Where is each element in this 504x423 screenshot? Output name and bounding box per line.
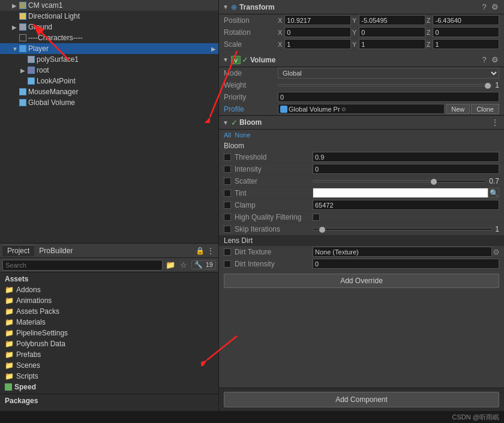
- settings-icon[interactable]: ⚙: [490, 55, 500, 65]
- add-override-button[interactable]: Add Override: [224, 274, 499, 288]
- search-input[interactable]: [2, 260, 163, 271]
- tab-probuilder[interactable]: ProBuilder: [34, 245, 77, 256]
- help-icon[interactable]: ?: [479, 55, 490, 65]
- tint-checkbox[interactable]: [224, 190, 231, 197]
- cube-icon: [28, 56, 35, 63]
- dirt-intensity-input[interactable]: [313, 259, 499, 269]
- dirt-intensity-checkbox[interactable]: [224, 260, 231, 268]
- new-button[interactable]: New: [446, 104, 470, 114]
- folder-label: Scenes: [16, 361, 40, 370]
- hierarchy-label: Ground: [28, 23, 52, 31]
- skip-slider[interactable]: [313, 228, 493, 230]
- volume-icon: V: [231, 56, 241, 64]
- add-folder-icon[interactable]: 📁: [165, 260, 176, 271]
- hierarchy-item-polySurface1[interactable]: polySurface1: [0, 54, 218, 65]
- speed-icon: [5, 383, 12, 391]
- rotation-x[interactable]: [284, 27, 351, 37]
- hqf-checkbox[interactable]: [224, 214, 231, 221]
- hierarchy-label: LookAtPoint: [37, 77, 76, 85]
- folder-scripts[interactable]: 📁 Scripts: [0, 371, 218, 382]
- folder-label: Assets Packs: [16, 307, 59, 316]
- cube-icon: [28, 77, 35, 85]
- folder-materials[interactable]: 📁 Materials: [0, 317, 218, 328]
- position-y[interactable]: [359, 15, 425, 25]
- priority-input[interactable]: [278, 92, 499, 102]
- clone-button[interactable]: Clone: [471, 104, 499, 114]
- tint-color-swatch[interactable]: [313, 188, 488, 198]
- more-options-icon[interactable]: ⋮: [490, 117, 500, 128]
- scale-x[interactable]: [284, 39, 351, 49]
- hierarchy-item-globalVolume[interactable]: Global Volume: [0, 97, 218, 108]
- cube-icon: [19, 23, 26, 31]
- folder-label: Polybrush Data: [16, 340, 65, 348]
- x-label: X: [278, 17, 282, 24]
- lock-icon[interactable]: 🔒: [194, 245, 205, 256]
- hierarchy-item-player[interactable]: ▼ Player ▶: [0, 43, 218, 54]
- weight-label: Weight: [224, 81, 278, 89]
- more-icon[interactable]: ⋮: [205, 245, 216, 256]
- hierarchy-item-cm-vcam1[interactable]: ▶ CM vcam1: [0, 0, 218, 11]
- intensity-input[interactable]: [313, 164, 499, 174]
- help-icon[interactable]: ?: [479, 2, 490, 13]
- clamp-input[interactable]: [313, 200, 499, 210]
- inspector-content: ▼ ⊕ Transform ? ⚙ Position X Y Z: [219, 0, 504, 388]
- weight-slider[interactable]: [278, 84, 493, 86]
- expand-arrow[interactable]: ▼: [223, 56, 229, 63]
- scale-y[interactable]: [359, 39, 425, 49]
- folder-icon: 📁: [5, 372, 14, 380]
- threshold-checkbox[interactable]: [224, 154, 231, 161]
- folder-addons[interactable]: 📁 Addons: [0, 284, 218, 295]
- folder-label: Speed: [14, 383, 36, 391]
- folder-icon: 📁: [5, 307, 14, 316]
- none-link[interactable]: None: [235, 131, 250, 139]
- volume-checkbox[interactable]: ✓: [242, 55, 248, 64]
- folder-scenes[interactable]: 📁 Scenes: [0, 360, 218, 371]
- rotation-z[interactable]: [433, 27, 499, 37]
- hierarchy-item-directional-light[interactable]: Directional Light: [0, 11, 218, 22]
- bloom-enable-checkbox[interactable]: ✓: [231, 118, 238, 127]
- all-link[interactable]: All: [224, 131, 231, 139]
- folder-icon: 📁: [5, 340, 14, 348]
- folder-speed[interactable]: Speed: [0, 382, 218, 392]
- position-z[interactable]: [433, 15, 499, 25]
- skip-checkbox[interactable]: [224, 226, 231, 233]
- cube-icon: [19, 2, 26, 9]
- position-x[interactable]: [284, 15, 351, 25]
- folder-polybrush[interactable]: 📁 Polybrush Data: [0, 338, 218, 349]
- dirt-texture-checkbox[interactable]: [224, 248, 231, 256]
- hierarchy-item-ground[interactable]: ▶ Ground: [0, 22, 218, 32]
- profile-label[interactable]: Profile: [224, 105, 278, 113]
- expand-arrow[interactable]: ▼: [223, 119, 229, 126]
- clamp-checkbox[interactable]: [224, 202, 231, 209]
- hierarchy-item-root[interactable]: ▶ root: [0, 65, 218, 76]
- mode-dropdown[interactable]: Global: [278, 68, 499, 79]
- inspector-panel: ▼ ⊕ Transform ? ⚙ Position X Y Z: [219, 0, 504, 411]
- hierarchy-item-lookAtPoint[interactable]: LookAtPoint: [0, 76, 218, 86]
- dirt-texture-input[interactable]: [313, 247, 492, 257]
- scatter-checkbox[interactable]: [224, 178, 231, 185]
- hqf-toggle[interactable]: [313, 214, 320, 221]
- hierarchy-panel: ▶ CM vcam1 Directional Light ▶ Ground --…: [0, 0, 218, 243]
- hierarchy-item-mouseManager[interactable]: MouseManager: [0, 86, 218, 97]
- settings-icon[interactable]: ⚙: [490, 2, 500, 13]
- dirt-texture-label: Dirt Texture: [235, 248, 313, 256]
- expand-arrow[interactable]: ▼: [223, 4, 229, 10]
- add-component-button[interactable]: Add Component: [224, 392, 499, 407]
- folder-prefabs[interactable]: 📁 Prefabs: [0, 349, 218, 360]
- scatter-slider[interactable]: [313, 180, 487, 182]
- threshold-input[interactable]: [313, 152, 499, 162]
- bloom-label-row: Bloom: [219, 140, 504, 151]
- folder-pipeline[interactable]: 📁 PipelineSettings: [0, 328, 218, 338]
- filter-icon[interactable]: ☆: [178, 260, 189, 271]
- scatter-value: 0.7: [489, 177, 499, 185]
- folder-animations[interactable]: 📁 Animations: [0, 295, 218, 306]
- eyedropper-icon[interactable]: 🔍: [488, 188, 499, 198]
- rotation-y[interactable]: [359, 27, 425, 37]
- bloom-title: Bloom: [239, 118, 490, 127]
- hierarchy-item-characters[interactable]: ----Characters----: [0, 32, 218, 43]
- folder-assets-packs[interactable]: 📁 Assets Packs: [0, 306, 218, 317]
- folder-label: Addons: [16, 286, 41, 294]
- scale-z[interactable]: [433, 39, 499, 49]
- tab-project[interactable]: Project: [2, 245, 34, 256]
- intensity-checkbox[interactable]: [224, 166, 231, 173]
